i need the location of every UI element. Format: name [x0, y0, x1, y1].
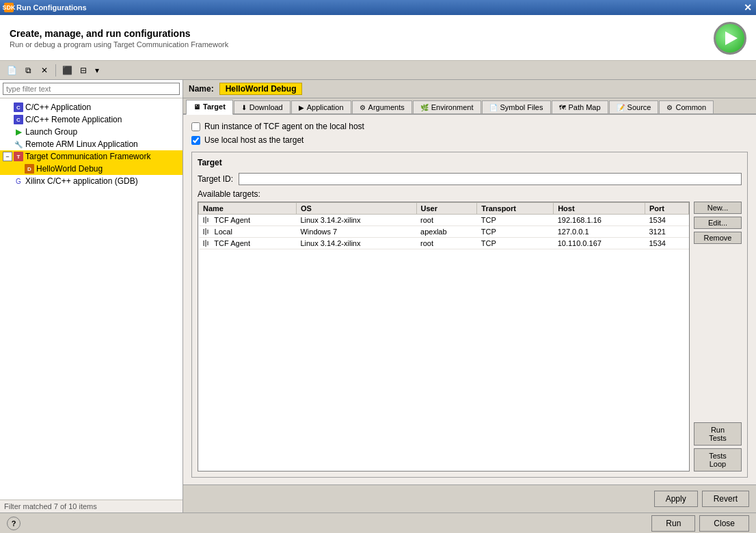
row-host: 10.110.0.167 [554, 238, 645, 249]
edit-target-button[interactable]: Edit... [694, 217, 742, 229]
tab-symbol-files-label: Symbol Files [500, 103, 543, 111]
header-run-button[interactable] [714, 22, 746, 55]
tree-item-cpp-app[interactable]: C C/C++ Application [0, 101, 183, 113]
name-value: HelloWorld Debug [219, 83, 303, 95]
revert-button[interactable]: Revert [702, 491, 749, 507]
tab-common-icon: ⚙ [666, 104, 673, 111]
name-bar: Name: HelloWorld Debug [183, 80, 756, 98]
title-bar-left: SDK Run Configurations [4, 3, 87, 12]
row-name: Local [199, 226, 297, 238]
tab-environment-icon: 🌿 [420, 104, 429, 111]
tab-download-label: Download [249, 103, 283, 111]
tree-item-xilinx[interactable]: G Xilinx C/C++ application (GDB) [0, 175, 183, 187]
row-transport: TCP [477, 215, 554, 226]
right-panel: Name: HelloWorld Debug 🖥 Target ⬇ Downlo… [183, 80, 756, 512]
col-transport: Transport [477, 203, 554, 215]
tab-source-icon: 📝 [617, 104, 625, 111]
col-host: Host [554, 203, 645, 215]
row-user: root [416, 238, 477, 249]
row-port: 1534 [645, 238, 688, 249]
tab-symbol-files-icon: 📄 [489, 104, 498, 111]
header-title: Create, manage, and run configurations [10, 28, 228, 39]
apply-button[interactable]: Apply [654, 491, 698, 507]
help-button[interactable]: ? [7, 517, 21, 530]
target-id-row: Target ID: [198, 173, 742, 185]
delete-config-button[interactable]: ✕ [37, 63, 52, 78]
targets-table: Name OS User Transport Host Port [198, 202, 689, 249]
tab-application[interactable]: ▶ Application [291, 100, 351, 113]
toolbar-dropdown[interactable]: ▾ [92, 64, 102, 77]
remove-target-button[interactable]: Remove [694, 232, 742, 244]
tree-item-helloworld[interactable]: D HelloWorld Debug [0, 163, 183, 175]
close-button[interactable]: Close [699, 515, 749, 532]
tab-common-label: Common [675, 103, 706, 111]
row-user: root [416, 215, 477, 226]
local-checkbox-row: Use local host as the target [191, 135, 748, 145]
col-name: Name [199, 203, 297, 215]
tab-common[interactable]: ⚙ Common [659, 100, 714, 113]
tree-expand-tcf[interactable]: − [3, 152, 12, 161]
cpp-app-icon: C [14, 102, 23, 112]
tab-arguments[interactable]: ⚙ Arguments [352, 100, 412, 113]
row-icon [203, 217, 211, 223]
tab-symbol-files[interactable]: 📄 Symbol Files [482, 100, 551, 113]
row-name: TCF Agent [199, 215, 297, 226]
launch-icon: ▶ [14, 127, 23, 137]
bottom-actions: Apply Revert [183, 484, 756, 512]
bottom-left: ? [7, 517, 21, 530]
col-os: OS [296, 203, 416, 215]
header-subtitle: Run or debug a program using Target Comm… [10, 40, 228, 49]
tree-item-tcf[interactable]: − T Target Communication Framework [0, 150, 183, 163]
run-button[interactable]: Run [651, 515, 695, 532]
collapse-all-button[interactable]: ⊟ [76, 63, 91, 78]
tab-download-icon: ⬇ [241, 104, 247, 111]
table-row[interactable]: TCF Agent Linux 3.14.2-xilinx root TCP 1… [199, 238, 689, 249]
new-config-button[interactable]: 📄 [4, 63, 19, 78]
row-port: 3121 [645, 226, 688, 238]
row-user: apexlab [416, 226, 477, 238]
window-close-button[interactable]: ✕ [744, 2, 752, 13]
new-target-button[interactable]: New... [694, 202, 742, 214]
gdb-icon: G [14, 176, 23, 186]
tab-source[interactable]: 📝 Source [609, 100, 659, 113]
table-row[interactable]: Local Windows 7 apexlab TCP 127.0.0.1 31… [199, 226, 689, 238]
tab-arguments-icon: ⚙ [360, 104, 366, 111]
target-id-label: Target ID: [198, 174, 233, 184]
targets-table-container: Name OS User Transport Host Port [198, 202, 690, 472]
target-group-title: Target [198, 158, 742, 167]
filter-input[interactable] [3, 83, 180, 95]
window-title: Run Configurations [16, 3, 87, 12]
duplicate-config-button[interactable]: ⧉ [21, 63, 36, 78]
bottom-bar: ? Run Close [0, 512, 756, 533]
tab-environment[interactable]: 🌿 Environment [413, 100, 481, 113]
tab-target[interactable]: 🖥 Target [186, 100, 233, 115]
remote-arm-icon: 🔧 [14, 139, 23, 149]
table-buttons: New... Edit... Remove Run Tests Tests Lo… [694, 202, 742, 472]
local-checkbox[interactable] [191, 136, 200, 145]
filter-config-button[interactable]: ⬛ [59, 63, 75, 78]
row-os: Linux 3.14.2-xilinx [296, 215, 416, 226]
row-transport: TCP [477, 238, 554, 249]
tab-download[interactable]: ⬇ Download [234, 100, 291, 113]
tree-item-launch-group[interactable]: ▶ Launch Group [0, 126, 183, 138]
title-bar: SDK Run Configurations ✕ [0, 0, 756, 15]
tab-path-map[interactable]: 🗺 Path Map [552, 100, 608, 113]
row-icon [203, 240, 211, 247]
target-id-input[interactable] [239, 173, 742, 185]
run-triangle-icon [725, 31, 738, 45]
row-os: Linux 3.14.2-xilinx [296, 238, 416, 249]
filter-status: Filter matched 7 of 10 items [0, 500, 183, 512]
tree-area: C C/C++ Application C C/C++ Remote Appli… [0, 98, 183, 500]
row-icon [203, 228, 211, 235]
tcf-checkbox[interactable] [191, 122, 200, 131]
header-text: Create, manage, and run configurations R… [10, 28, 228, 49]
run-tests-button[interactable]: Run Tests [694, 422, 742, 446]
tree-item-cpp-remote[interactable]: C C/C++ Remote Application [0, 113, 183, 126]
row-port: 1534 [645, 215, 688, 226]
row-os: Windows 7 [296, 226, 416, 238]
tests-loop-button[interactable]: Tests Loop [694, 448, 742, 472]
table-row[interactable]: TCF Agent Linux 3.14.2-xilinx root TCP 1… [199, 215, 689, 226]
bottom-right: Run Close [651, 515, 749, 532]
toolbar-separator [55, 64, 56, 77]
tree-item-remote-arm[interactable]: 🔧 Remote ARM Linux Application [0, 138, 183, 150]
